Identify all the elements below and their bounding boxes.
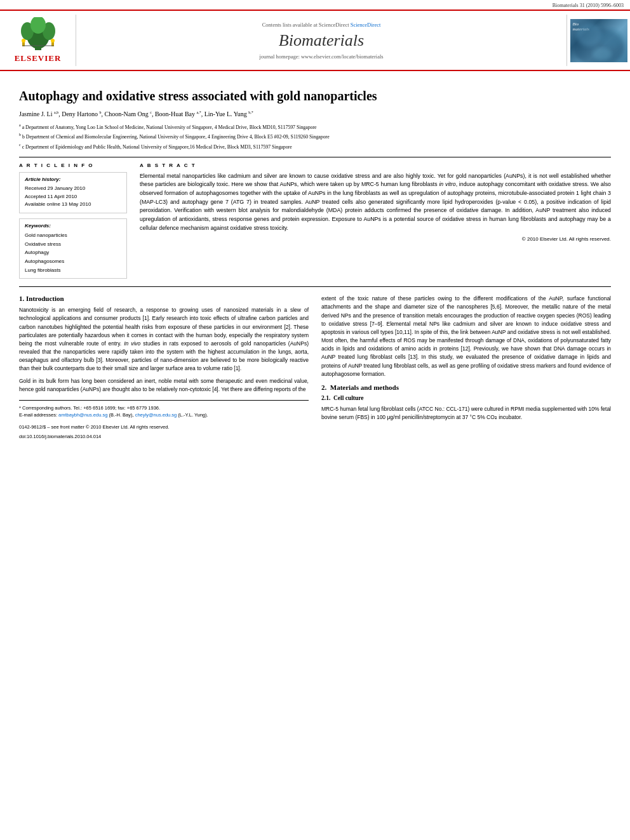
- affil-c: c c Department of Epidemiology and Publi…: [19, 142, 611, 150]
- journal-thumbnail: Biomaterials: [566, 15, 630, 66]
- corresponding-footnote: * Corresponding authors. Tel.: +65 6516 …: [19, 404, 309, 411]
- received-date: Received 29 January 2010: [25, 185, 121, 193]
- email-footnote: E-mail addresses: amtbaybh@nus.edu.sg (B…: [19, 411, 309, 418]
- copyright-text: © 2010 Elsevier Ltd. All rights reserved…: [140, 236, 611, 242]
- article-info-header: A R T I C L E I N F O: [19, 163, 127, 168]
- article-title: Autophagy and oxidative stress associate…: [19, 88, 611, 104]
- sciencedirect-line: Contents lists available at ScienceDirec…: [262, 22, 381, 28]
- keywords-box: Keywords: Gold nanoparticles Oxidative s…: [19, 218, 127, 279]
- header-divider: [19, 157, 611, 157]
- sciencedirect-link[interactable]: ScienceDirect: [351, 22, 381, 28]
- article-history-box: Article history: Received 29 January 201…: [19, 172, 127, 213]
- keyword-3: Autophagy: [25, 248, 121, 257]
- elsevier-logo: ELSEVIER: [15, 17, 62, 63]
- keyword-5: Lung fibroblasts: [25, 266, 121, 275]
- elsevier-wordmark: ELSEVIER: [15, 53, 62, 63]
- footnote-section: * Corresponding authors. Tel.: +65 6516 …: [19, 400, 309, 439]
- body-content: 1. Introduction Nanotoxicity is an emerg…: [19, 295, 611, 439]
- journal-info-center: Contents lists available at ScienceDirec…: [76, 15, 566, 66]
- email-bay[interactable]: amtbaybh@nus.edu.sg: [58, 412, 107, 418]
- article-info-abstract-section: A R T I C L E I N F O Article history: R…: [19, 163, 611, 279]
- right-paragraph-1: extent of the toxic nature of these part…: [321, 295, 611, 378]
- body-left-column: 1. Introduction Nanotoxicity is an emerg…: [19, 295, 309, 439]
- journal-homepage: journal homepage: www.elsevier.com/locat…: [259, 53, 383, 60]
- keywords-title: Keywords:: [25, 223, 121, 229]
- article-info-column: A R T I C L E I N F O Article history: R…: [19, 163, 127, 279]
- journal-header: ELSEVIER Contents lists available at Sci…: [0, 10, 630, 71]
- materials-methods-title: 2. Materials and methods: [321, 383, 611, 391]
- keyword-4: Autophagosomes: [25, 257, 121, 266]
- abstract-text: Elemental metal nanoparticles like cadmi…: [140, 172, 611, 232]
- elsevier-tree-icon: [16, 17, 60, 52]
- cell-culture-title: 2.1. Cell culture: [321, 395, 611, 401]
- intro-paragraph-1: Nanotoxicity is an emerging field of res…: [19, 306, 309, 373]
- cell-culture-text: MRC-5 human fetal lung fibroblast cells …: [321, 405, 611, 422]
- svg-point-12: [600, 29, 623, 48]
- affil-a: a a Department of Anatomy, Yong Loo Lin …: [19, 123, 611, 131]
- citation-bar: Biomaterials 31 (2010) 5996–6003: [0, 0, 630, 10]
- journal-cover-image: Biomaterials: [570, 19, 627, 62]
- main-content: Autophagy and oxidative stress associate…: [0, 71, 630, 446]
- authors-line: Jasmine J. Li a,b, Deny Hartono b, Choon…: [19, 109, 611, 119]
- svg-point-11: [577, 23, 602, 46]
- citation-text: Biomaterials 31 (2010) 5996–6003: [553, 3, 624, 8]
- svg-point-8: [51, 39, 55, 43]
- introduction-title: 1. Introduction: [19, 295, 309, 302]
- cover-texture: [570, 19, 627, 62]
- body-divider: [19, 286, 611, 287]
- keyword-2: Oxidative stress: [25, 240, 121, 249]
- issn-footnote: 0142-9612/$ – see front matter © 2010 El…: [19, 423, 309, 430]
- svg-point-7: [22, 39, 25, 43]
- email-yung[interactable]: cheyly@nus.edu.sg: [135, 412, 177, 418]
- svg-point-13: [593, 48, 612, 60]
- history-title: Article history:: [25, 177, 121, 182]
- journal-title: Biomaterials: [279, 31, 364, 50]
- doi-footnote: doi:10.1016/j.biomaterials.2010.04.014: [19, 434, 309, 439]
- body-right-column: extent of the toxic nature of these part…: [321, 295, 611, 439]
- intro-paragraph-2: Gold in its bulk form has long been cons…: [19, 377, 309, 394]
- affiliations: a a Department of Anatomy, Yong Loo Lin …: [19, 123, 611, 150]
- accepted-date: Accepted 11 April 2010: [25, 193, 121, 201]
- affil-b: b b Department of Chemical and Biomolecu…: [19, 132, 611, 140]
- keyword-1: Gold nanoparticles: [25, 231, 121, 240]
- available-date: Available online 13 May 2010: [25, 201, 121, 209]
- abstract-header: A B S T R A C T: [140, 163, 611, 168]
- elsevier-logo-section: ELSEVIER: [0, 15, 76, 66]
- abstract-column: A B S T R A C T Elemental metal nanopart…: [140, 163, 611, 279]
